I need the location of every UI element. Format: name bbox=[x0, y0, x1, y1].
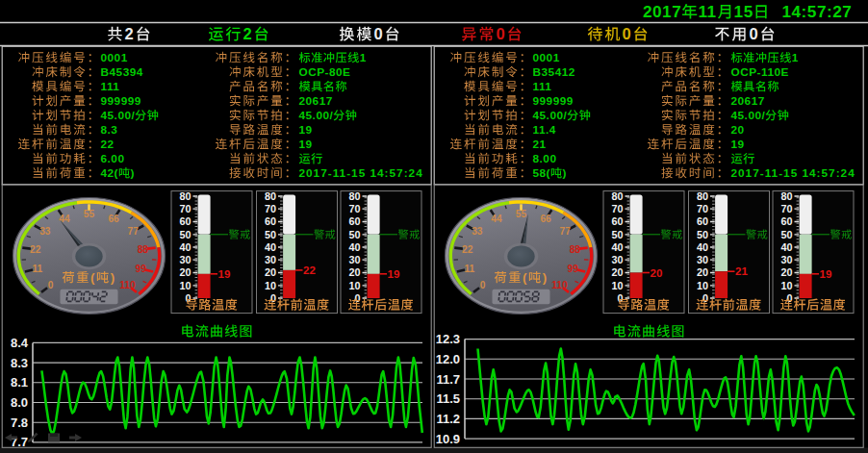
svg-text:20: 20 bbox=[348, 266, 360, 278]
svg-text:20: 20 bbox=[651, 267, 663, 279]
svg-text:30: 30 bbox=[265, 254, 276, 265]
svg-text:8.3: 8.3 bbox=[101, 123, 118, 137]
svg-text:11.2: 11.2 bbox=[436, 412, 460, 426]
svg-text:B45394: B45394 bbox=[101, 65, 143, 79]
svg-text:10: 10 bbox=[697, 280, 708, 291]
svg-text:0: 0 bbox=[496, 25, 506, 42]
svg-text:20: 20 bbox=[179, 266, 191, 278]
svg-text:19: 19 bbox=[731, 138, 745, 151]
svg-text:40: 40 bbox=[611, 241, 623, 253]
svg-text:11.5: 11.5 bbox=[436, 391, 460, 406]
svg-text:55: 55 bbox=[516, 209, 527, 219]
svg-text:0: 0 bbox=[373, 25, 384, 42]
svg-text:22: 22 bbox=[30, 244, 41, 255]
svg-text:(: ( bbox=[90, 270, 96, 285]
svg-text:8.4: 8.4 bbox=[11, 336, 29, 350]
svg-text:0001: 0001 bbox=[533, 51, 560, 64]
svg-text:20: 20 bbox=[697, 266, 708, 278]
svg-text:8.0: 8.0 bbox=[11, 395, 28, 410]
svg-text:60: 60 bbox=[179, 215, 191, 227]
svg-text:20: 20 bbox=[265, 266, 276, 278]
svg-text:58(: 58( bbox=[533, 166, 551, 180]
svg-text:80: 80 bbox=[348, 190, 360, 202]
svg-text:21: 21 bbox=[735, 265, 748, 277]
svg-text:0: 0 bbox=[270, 292, 276, 304]
svg-text:20: 20 bbox=[731, 123, 745, 137]
svg-text:0: 0 bbox=[749, 25, 759, 42]
svg-text:50: 50 bbox=[179, 229, 191, 240]
svg-text:60: 60 bbox=[697, 215, 708, 227]
svg-text:10: 10 bbox=[265, 280, 276, 291]
svg-text:30: 30 bbox=[611, 254, 623, 265]
svg-text:11: 11 bbox=[32, 264, 42, 274]
svg-text:10: 10 bbox=[179, 280, 191, 291]
svg-text:0: 0 bbox=[786, 292, 792, 304]
svg-text:77: 77 bbox=[560, 226, 572, 237]
svg-text:0: 0 bbox=[48, 280, 54, 290]
svg-text:40: 40 bbox=[780, 241, 792, 253]
svg-text:40: 40 bbox=[697, 241, 708, 253]
svg-text:44: 44 bbox=[59, 214, 70, 224]
svg-text:22: 22 bbox=[303, 264, 316, 276]
svg-text:2017: 2017 bbox=[643, 2, 681, 21]
svg-text:50: 50 bbox=[265, 229, 276, 240]
svg-text:70: 70 bbox=[697, 203, 708, 214]
svg-text:19: 19 bbox=[388, 268, 400, 280]
svg-text:19: 19 bbox=[299, 123, 313, 137]
svg-text:45.00/: 45.00/ bbox=[101, 109, 136, 122]
svg-text:1: 1 bbox=[792, 51, 799, 64]
svg-text:30: 30 bbox=[179, 254, 191, 265]
svg-text:111: 111 bbox=[533, 80, 552, 93]
svg-text:60: 60 bbox=[265, 215, 276, 227]
svg-text:77: 77 bbox=[128, 226, 140, 237]
svg-text:70: 70 bbox=[265, 203, 276, 214]
svg-text:60: 60 bbox=[780, 215, 792, 227]
svg-text:OCP-110E: OCP-110E bbox=[731, 65, 789, 79]
svg-text:33: 33 bbox=[472, 226, 483, 237]
svg-text:60: 60 bbox=[348, 215, 360, 227]
svg-text:20617: 20617 bbox=[299, 94, 333, 108]
svg-text:15: 15 bbox=[734, 2, 753, 21]
svg-text:0: 0 bbox=[354, 292, 360, 304]
svg-text:10: 10 bbox=[611, 280, 623, 291]
svg-text:45.00/: 45.00/ bbox=[299, 109, 334, 122]
svg-text:40: 40 bbox=[265, 241, 276, 253]
svg-text:10: 10 bbox=[780, 280, 792, 291]
svg-text:111: 111 bbox=[101, 80, 120, 93]
svg-text:OCP-80E: OCP-80E bbox=[299, 65, 351, 79]
svg-text:30: 30 bbox=[697, 254, 708, 265]
svg-text:22: 22 bbox=[462, 244, 473, 255]
svg-text:40: 40 bbox=[348, 241, 360, 253]
svg-text:88: 88 bbox=[570, 244, 581, 255]
svg-text:50: 50 bbox=[780, 229, 792, 240]
svg-text:19: 19 bbox=[299, 138, 313, 151]
svg-text:80: 80 bbox=[697, 190, 708, 202]
svg-text:110: 110 bbox=[119, 280, 136, 290]
svg-text:12.3: 12.3 bbox=[436, 332, 460, 346]
svg-text:6.00: 6.00 bbox=[101, 152, 125, 165]
svg-text:19: 19 bbox=[820, 268, 832, 280]
svg-text:20: 20 bbox=[780, 266, 792, 278]
svg-text:50: 50 bbox=[611, 229, 623, 240]
svg-text:70: 70 bbox=[179, 203, 191, 214]
svg-text:): ) bbox=[563, 166, 567, 180]
svg-text:99: 99 bbox=[568, 264, 579, 274]
svg-text:19: 19 bbox=[218, 268, 231, 280]
svg-text:44: 44 bbox=[491, 214, 502, 224]
svg-text:2: 2 bbox=[243, 25, 253, 42]
svg-text:30: 30 bbox=[780, 254, 792, 265]
svg-text:12.0: 12.0 bbox=[436, 352, 460, 366]
svg-text:): ) bbox=[131, 166, 135, 180]
svg-text:0: 0 bbox=[702, 292, 708, 304]
svg-text:50: 50 bbox=[348, 229, 360, 240]
svg-text:110: 110 bbox=[551, 280, 568, 290]
svg-text:70: 70 bbox=[611, 203, 623, 214]
svg-text:55: 55 bbox=[84, 209, 95, 219]
svg-text:33: 33 bbox=[39, 226, 51, 237]
svg-text:30: 30 bbox=[348, 254, 360, 265]
svg-text:80: 80 bbox=[611, 190, 623, 202]
svg-text:21: 21 bbox=[533, 138, 547, 151]
svg-text:11.4: 11.4 bbox=[533, 123, 556, 137]
svg-text:88: 88 bbox=[138, 244, 149, 255]
svg-text:66: 66 bbox=[108, 214, 119, 224]
